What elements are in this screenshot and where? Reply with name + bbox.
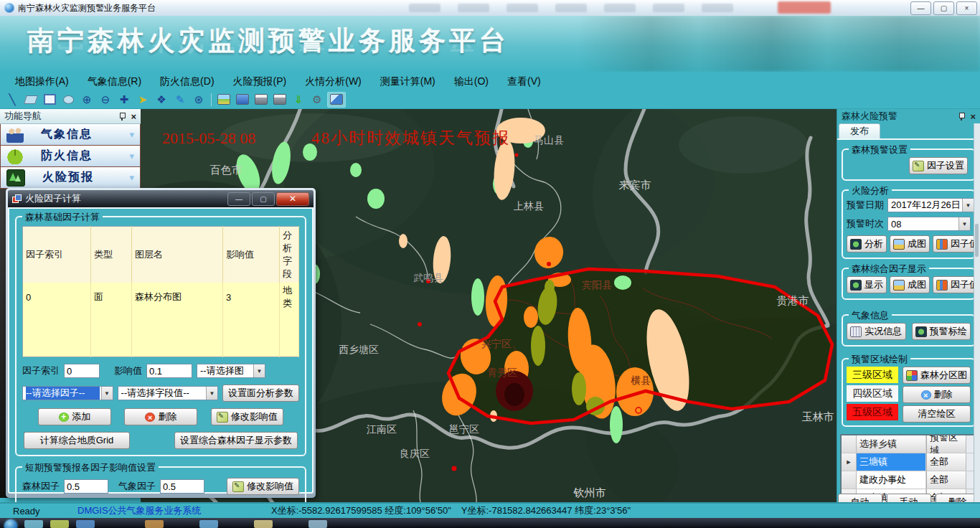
banner-forest-photo bbox=[578, 16, 980, 72]
table-row[interactable]: 0 面 森林分布图 3 地类 bbox=[23, 283, 299, 311]
make-map-button[interactable]: 成图 bbox=[890, 235, 930, 253]
modify-impact-button-2[interactable]: 修改影响值 bbox=[227, 478, 299, 495]
impact-value-label: 影响值 bbox=[114, 364, 142, 377]
field-select-combo[interactable]: --请选择字段值-- ▼ bbox=[118, 386, 218, 400]
bar-chart-icon bbox=[936, 280, 948, 291]
dialog-minimize-button[interactable]: — bbox=[227, 192, 250, 206]
label-qinzhou: 钦州市 bbox=[573, 486, 606, 499]
close-button[interactable]: × bbox=[956, 1, 977, 15]
minimize-button[interactable]: — bbox=[910, 1, 931, 15]
factor-table[interactable]: 因子索引 类型 图层名 影响值 分析字段 0 面 森林分布图 3 地类 bbox=[22, 226, 299, 357]
start-button[interactable] bbox=[4, 519, 17, 528]
auto-button[interactable]: 自动 bbox=[838, 494, 882, 502]
polygon-tool-icon[interactable] bbox=[22, 93, 39, 107]
paintbrush-tool-icon[interactable]: ✎ bbox=[171, 93, 189, 107]
set-area-params-button[interactable]: 设置面分析参数 bbox=[222, 385, 299, 402]
select-arrow-icon[interactable]: ➤ bbox=[134, 93, 151, 107]
menu-measurement[interactable]: 测量计算(M) bbox=[371, 72, 445, 90]
line-tool-icon[interactable]: ╲ bbox=[4, 93, 21, 107]
calc-grid-button[interactable]: 计算综合地质Grid bbox=[24, 432, 130, 449]
taskbar-app-icon[interactable] bbox=[199, 520, 218, 528]
sidebar-item-fire-risk-forecast[interactable]: 火险预报 ▾ bbox=[0, 167, 141, 189]
taskbar-app-icon[interactable] bbox=[308, 520, 327, 528]
print-preview-icon[interactable] bbox=[271, 93, 288, 107]
rectangle-tool-icon[interactable] bbox=[41, 93, 58, 107]
pan-hand-icon[interactable]: ✚ bbox=[116, 93, 133, 107]
print-icon[interactable] bbox=[253, 93, 270, 107]
dialog-titlebar[interactable]: 火险因子计算 — ▢ ✕ bbox=[8, 190, 314, 207]
forest-zone-map-button[interactable]: 森林分区图 bbox=[903, 367, 971, 384]
taskbar-app-icon[interactable] bbox=[76, 520, 95, 528]
level3-area-swatch[interactable]: 三级区域 bbox=[847, 367, 898, 383]
panel-scrollbar[interactable] bbox=[974, 123, 980, 502]
taskbar-app-icon[interactable] bbox=[24, 520, 43, 528]
warning-area-draw-group: 预警区域绘制 三级区域 四级区域 五级区域 森林分区图 删除 bbox=[842, 358, 976, 427]
warning-date-combo[interactable]: 2017年12月26日 ▼ bbox=[887, 198, 974, 212]
tab-publish[interactable]: 发布 bbox=[839, 123, 880, 138]
warning-time-combo[interactable]: 08 ▼ bbox=[887, 217, 971, 231]
settings-gear-icon[interactable]: ⚙ bbox=[308, 93, 326, 107]
pin-icon[interactable] bbox=[958, 113, 964, 121]
table-row-jianzheng[interactable]: 建政办事处 全部 bbox=[842, 471, 976, 489]
map-image-icon[interactable] bbox=[215, 93, 232, 107]
delete-button[interactable]: 删除 bbox=[124, 408, 197, 425]
close-panel-icon[interactable]: × bbox=[131, 112, 136, 121]
delete-area-button[interactable]: 删除 bbox=[903, 386, 971, 403]
zoom-out-icon[interactable]: ⊖ bbox=[97, 93, 114, 107]
analyze-button[interactable]: 分析 bbox=[847, 235, 887, 253]
zoom-in-icon[interactable]: ⊕ bbox=[78, 93, 95, 107]
overlay-date: 2015-05-28 08 bbox=[162, 129, 255, 147]
set-comprehensive-display-button[interactable]: 设置综合森林因子显示参数 bbox=[174, 432, 298, 449]
map-select-combo[interactable]: --请选择图 ▼ bbox=[197, 364, 265, 378]
label-binyang: 宾阳县 bbox=[582, 279, 612, 291]
modify-impact-button[interactable]: 修改影响值 bbox=[211, 408, 283, 425]
restore-button[interactable]: ▢ bbox=[933, 1, 954, 15]
sidebar-item-weather-info[interactable]: 气象信息 ▾ bbox=[0, 124, 141, 146]
weather-factor-input[interactable] bbox=[160, 479, 204, 494]
taskbar-app-icon[interactable] bbox=[254, 520, 273, 528]
menu-output[interactable]: 输出(O) bbox=[445, 72, 498, 90]
make-map-button-2[interactable]: 成图 bbox=[890, 276, 930, 293]
taskbar-app-icon[interactable] bbox=[50, 520, 69, 528]
export-down-icon[interactable]: ⇓ bbox=[290, 93, 307, 107]
full-extent-icon[interactable]: ❖ bbox=[153, 93, 170, 107]
add-button[interactable]: 添加 bbox=[38, 408, 111, 425]
menu-map-operations[interactable]: 地图操作(A) bbox=[6, 72, 78, 90]
factor-index-input[interactable] bbox=[64, 364, 100, 378]
ellipse-tool-icon[interactable] bbox=[60, 93, 77, 107]
live-info-button[interactable]: 实况信息 bbox=[847, 323, 906, 340]
menu-view[interactable]: 查看(V) bbox=[498, 72, 550, 90]
taskbar-app-icon[interactable] bbox=[145, 520, 164, 528]
manual-button[interactable]: 手动 bbox=[887, 494, 931, 502]
level5-area-swatch[interactable]: 五级区域 bbox=[847, 404, 898, 420]
level4-area-swatch[interactable]: 四级区域 bbox=[847, 385, 898, 402]
area-cell-button[interactable]: 全部 bbox=[926, 471, 966, 489]
zoom-selection-icon[interactable]: ⊛ bbox=[190, 93, 207, 107]
menu-fire-prevention-info[interactable]: 防火信息(D) bbox=[151, 72, 223, 90]
factor-settings-button[interactable]: 因子设置 bbox=[909, 157, 968, 174]
impact-value-input[interactable] bbox=[146, 364, 192, 378]
table-row-santang[interactable]: ► 三塘镇 全部 bbox=[842, 453, 976, 471]
area-cell-button[interactable]: 全部 bbox=[926, 453, 966, 471]
menu-weather-info[interactable]: 气象信息(R) bbox=[78, 72, 151, 90]
dialog-close-button[interactable]: ✕ bbox=[276, 192, 309, 206]
forest-warning-settings-group: 森林预警设置 因子设置 bbox=[842, 148, 976, 181]
pin-icon[interactable] bbox=[119, 113, 125, 121]
combo-arrow-icon: ▼ bbox=[958, 217, 970, 230]
town-selection-table[interactable]: 选择乡镇 预警区域 ► 三塘镇 全部 建政办事处 全部 昆仑镇 全部 bbox=[840, 434, 977, 502]
status-x-coordinate: X坐标:-5582.92617599585 经度:109°56'50" bbox=[271, 504, 451, 517]
label-wuming: 武鸣县 bbox=[413, 272, 443, 283]
menu-fire-analysis[interactable]: 火情分析(W) bbox=[296, 72, 371, 90]
sidebar-item-fire-prevention-info[interactable]: 防火信息 ▾ bbox=[0, 146, 141, 167]
factor-select-combo[interactable]: --请选择因子-- ▼ bbox=[22, 386, 113, 400]
warning-plot-button[interactable]: 预警标绘 bbox=[912, 323, 971, 340]
document-icon[interactable] bbox=[234, 93, 251, 107]
menu-fire-risk-forecast[interactable]: 火险预报(P) bbox=[224, 72, 296, 90]
forest-factor-input[interactable] bbox=[64, 479, 108, 494]
left-panel-header: 功能导航 × bbox=[0, 109, 141, 124]
photo-viewer-icon[interactable] bbox=[327, 92, 346, 108]
close-panel-icon[interactable]: × bbox=[970, 112, 976, 121]
dialog-maximize-button[interactable]: ▢ bbox=[252, 192, 275, 206]
clear-draw-area-button[interactable]: 清空绘区 bbox=[903, 405, 971, 423]
show-button[interactable]: 显示 bbox=[847, 276, 887, 293]
